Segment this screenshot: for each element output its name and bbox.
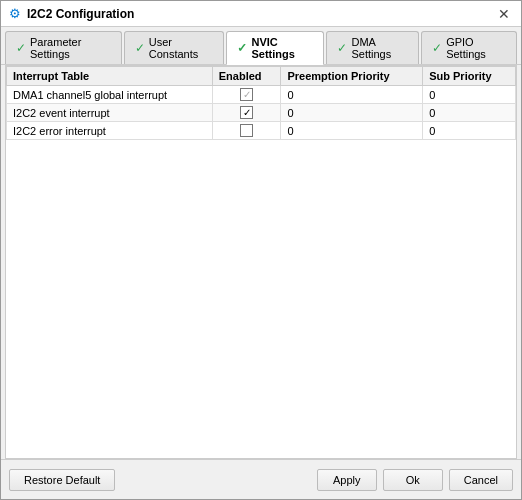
checkbox-container-1: [219, 106, 275, 119]
table-row: DMA1 channel5 global interrupt 0 0: [7, 86, 516, 104]
table-header-row: Interrupt Table Enabled Preemption Prior…: [7, 67, 516, 86]
cell-sub-0: 0: [423, 86, 516, 104]
cell-enabled-0: [212, 86, 281, 104]
close-button[interactable]: ✕: [495, 5, 513, 23]
tab-check-icon: ✓: [337, 41, 347, 55]
content-area: Interrupt Table Enabled Preemption Prior…: [5, 65, 517, 459]
tab-bar: ✓ Parameter Settings ✓ User Constants ✓ …: [1, 27, 521, 65]
tab-check-icon: ✓: [432, 41, 442, 55]
tab-label-parameter-settings: Parameter Settings: [30, 36, 111, 60]
checkbox-2[interactable]: [240, 124, 253, 137]
cell-preemption-1: 0: [281, 104, 423, 122]
footer-left: Restore Default: [9, 469, 115, 491]
checkbox-0[interactable]: [240, 88, 253, 101]
tab-label-nvic-settings: NVIC Settings: [251, 36, 313, 60]
cell-enabled-1: [212, 104, 281, 122]
col-header-preemption: Preemption Priority: [281, 67, 423, 86]
checkbox-1[interactable]: [240, 106, 253, 119]
window-icon: ⚙: [9, 6, 21, 21]
cell-interrupt-name-2: I2C2 error interrupt: [7, 122, 213, 140]
tab-label-gpio-settings: GPIO Settings: [446, 36, 506, 60]
ok-button[interactable]: Ok: [383, 469, 443, 491]
tab-check-icon: ✓: [237, 41, 247, 55]
restore-default-button[interactable]: Restore Default: [9, 469, 115, 491]
cell-preemption-0: 0: [281, 86, 423, 104]
tab-user-constants[interactable]: ✓ User Constants: [124, 31, 225, 64]
tab-label-user-constants: User Constants: [149, 36, 214, 60]
checkbox-container-2: [219, 124, 275, 137]
tab-dma-settings[interactable]: ✓ DMA Settings: [326, 31, 419, 64]
cell-sub-1: 0: [423, 104, 516, 122]
cell-sub-2: 0: [423, 122, 516, 140]
tab-check-icon: ✓: [16, 41, 26, 55]
interrupt-table: Interrupt Table Enabled Preemption Prior…: [6, 66, 516, 140]
footer-right: Apply Ok Cancel: [317, 469, 513, 491]
main-window: ⚙ I2C2 Configuration ✕ ✓ Parameter Setti…: [0, 0, 522, 500]
title-bar-left: ⚙ I2C2 Configuration: [9, 6, 134, 21]
tab-label-dma-settings: DMA Settings: [351, 36, 408, 60]
cancel-button[interactable]: Cancel: [449, 469, 513, 491]
window-title: I2C2 Configuration: [27, 7, 134, 21]
cell-interrupt-name-0: DMA1 channel5 global interrupt: [7, 86, 213, 104]
footer: Restore Default Apply Ok Cancel: [1, 459, 521, 499]
table-row: I2C2 error interrupt 0 0: [7, 122, 516, 140]
col-header-enabled: Enabled: [212, 67, 281, 86]
cell-interrupt-name-1: I2C2 event interrupt: [7, 104, 213, 122]
cell-preemption-2: 0: [281, 122, 423, 140]
title-bar: ⚙ I2C2 Configuration ✕: [1, 1, 521, 27]
col-header-sub-priority: Sub Priority: [423, 67, 516, 86]
cell-enabled-2: [212, 122, 281, 140]
table-container: Interrupt Table Enabled Preemption Prior…: [6, 66, 516, 140]
apply-button[interactable]: Apply: [317, 469, 377, 491]
tab-gpio-settings[interactable]: ✓ GPIO Settings: [421, 31, 517, 64]
col-header-interrupt-table: Interrupt Table: [7, 67, 213, 86]
checkbox-container-0: [219, 88, 275, 101]
tab-nvic-settings[interactable]: ✓ NVIC Settings: [226, 31, 324, 65]
table-row: I2C2 event interrupt 0 0: [7, 104, 516, 122]
tab-check-icon: ✓: [135, 41, 145, 55]
tab-parameter-settings[interactable]: ✓ Parameter Settings: [5, 31, 122, 64]
